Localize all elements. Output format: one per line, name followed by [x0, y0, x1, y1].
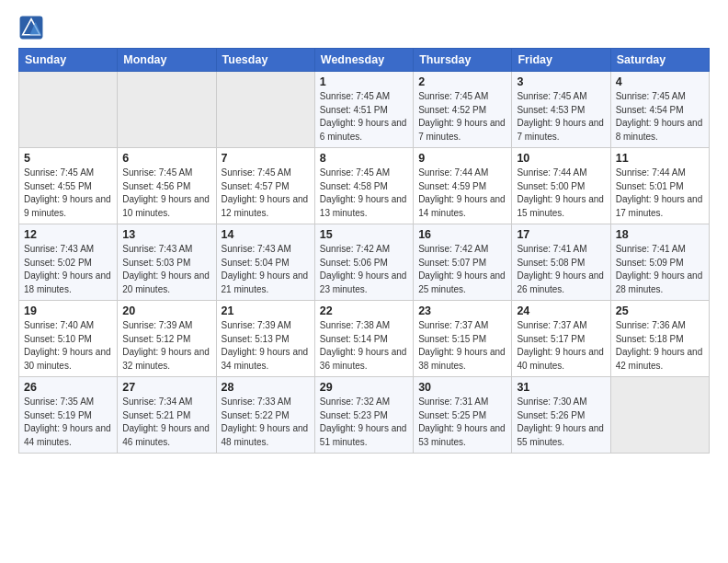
day-number: 9 — [418, 152, 506, 165]
day-number: 22 — [320, 304, 408, 317]
day-number: 2 — [418, 75, 506, 88]
day-number: 13 — [122, 228, 210, 241]
calendar-cell: 21Sunrise: 7:39 AM Sunset: 5:13 PM Dayli… — [216, 301, 314, 377]
day-info: Sunrise: 7:33 AM Sunset: 5:22 PM Dayligh… — [222, 396, 310, 449]
calendar-cell: 19Sunrise: 7:40 AM Sunset: 5:10 PM Dayli… — [19, 301, 118, 377]
day-number: 1 — [320, 75, 408, 88]
day-info: Sunrise: 7:32 AM Sunset: 5:23 PM Dayligh… — [320, 396, 408, 449]
day-header-sunday: Sunday — [19, 49, 118, 72]
day-number: 6 — [122, 152, 210, 165]
day-number: 14 — [222, 228, 310, 241]
day-info: Sunrise: 7:41 AM Sunset: 5:08 PM Dayligh… — [517, 243, 605, 296]
day-info: Sunrise: 7:30 AM Sunset: 5:26 PM Dayligh… — [517, 396, 605, 449]
day-info: Sunrise: 7:42 AM Sunset: 5:06 PM Dayligh… — [320, 243, 408, 296]
day-number: 28 — [222, 381, 310, 394]
day-info: Sunrise: 7:39 AM Sunset: 5:13 PM Dayligh… — [222, 319, 310, 373]
calendar-cell: 25Sunrise: 7:36 AM Sunset: 5:18 PM Dayli… — [610, 301, 709, 377]
week-row-3: 12Sunrise: 7:43 AM Sunset: 5:02 PM Dayli… — [19, 224, 710, 301]
day-number: 10 — [517, 152, 605, 165]
day-number: 19 — [24, 304, 112, 317]
day-info: Sunrise: 7:44 AM Sunset: 5:00 PM Dayligh… — [517, 167, 605, 220]
day-number: 25 — [616, 304, 704, 317]
day-info: Sunrise: 7:45 AM Sunset: 4:53 PM Dayligh… — [517, 90, 605, 144]
calendar-cell: 2Sunrise: 7:45 AM Sunset: 4:52 PM Daylig… — [414, 72, 512, 148]
day-info: Sunrise: 7:45 AM Sunset: 4:56 PM Dayligh… — [122, 167, 210, 220]
day-number: 17 — [517, 228, 605, 241]
calendar-cell: 22Sunrise: 7:38 AM Sunset: 5:14 PM Dayli… — [314, 301, 413, 377]
calendar-cell — [216, 72, 314, 148]
calendar-cell: 27Sunrise: 7:34 AM Sunset: 5:21 PM Dayli… — [118, 377, 216, 454]
calendar-cell: 31Sunrise: 7:30 AM Sunset: 5:26 PM Dayli… — [512, 377, 610, 454]
day-info: Sunrise: 7:45 AM Sunset: 4:52 PM Dayligh… — [418, 90, 506, 144]
calendar-cell: 13Sunrise: 7:43 AM Sunset: 5:03 PM Dayli… — [118, 224, 216, 301]
day-info: Sunrise: 7:43 AM Sunset: 5:02 PM Dayligh… — [24, 243, 112, 296]
day-info: Sunrise: 7:36 AM Sunset: 5:18 PM Dayligh… — [616, 319, 704, 373]
day-number: 8 — [320, 152, 408, 165]
day-header-tuesday: Tuesday — [216, 49, 314, 72]
calendar-cell: 1Sunrise: 7:45 AM Sunset: 4:51 PM Daylig… — [314, 72, 413, 148]
day-info: Sunrise: 7:45 AM Sunset: 4:57 PM Dayligh… — [222, 167, 310, 220]
day-header-monday: Monday — [118, 49, 216, 72]
day-number: 18 — [616, 228, 704, 241]
day-header-wednesday: Wednesday — [314, 49, 413, 72]
calendar-header-row: SundayMondayTuesdayWednesdayThursdayFrid… — [19, 49, 710, 72]
calendar-cell: 14Sunrise: 7:43 AM Sunset: 5:04 PM Dayli… — [216, 224, 314, 301]
day-info: Sunrise: 7:42 AM Sunset: 5:07 PM Dayligh… — [418, 243, 506, 296]
day-info: Sunrise: 7:38 AM Sunset: 5:14 PM Dayligh… — [320, 319, 408, 373]
calendar-cell: 24Sunrise: 7:37 AM Sunset: 5:17 PM Dayli… — [512, 301, 610, 377]
calendar-cell: 12Sunrise: 7:43 AM Sunset: 5:02 PM Dayli… — [19, 224, 118, 301]
day-number: 5 — [24, 152, 112, 165]
day-number: 26 — [24, 381, 112, 394]
calendar-cell — [19, 72, 118, 148]
day-number: 24 — [517, 304, 605, 317]
day-info: Sunrise: 7:40 AM Sunset: 5:10 PM Dayligh… — [24, 319, 112, 373]
calendar-cell: 29Sunrise: 7:32 AM Sunset: 5:23 PM Dayli… — [314, 377, 413, 454]
day-info: Sunrise: 7:35 AM Sunset: 5:19 PM Dayligh… — [24, 396, 112, 449]
day-header-friday: Friday — [512, 49, 610, 72]
day-info: Sunrise: 7:45 AM Sunset: 4:51 PM Dayligh… — [320, 90, 408, 144]
day-info: Sunrise: 7:39 AM Sunset: 5:12 PM Dayligh… — [122, 319, 210, 373]
day-number: 4 — [616, 75, 704, 88]
page: SundayMondayTuesdayWednesdayThursdayFrid… — [0, 0, 728, 468]
calendar-cell: 7Sunrise: 7:45 AM Sunset: 4:57 PM Daylig… — [216, 148, 314, 224]
day-number: 7 — [222, 152, 310, 165]
calendar-cell: 20Sunrise: 7:39 AM Sunset: 5:12 PM Dayli… — [118, 301, 216, 377]
calendar-cell — [610, 377, 709, 454]
calendar-cell: 18Sunrise: 7:41 AM Sunset: 5:09 PM Dayli… — [610, 224, 709, 301]
week-row-1: 1Sunrise: 7:45 AM Sunset: 4:51 PM Daylig… — [19, 72, 710, 148]
day-number: 3 — [517, 75, 605, 88]
day-number: 27 — [122, 381, 210, 394]
day-info: Sunrise: 7:37 AM Sunset: 5:17 PM Dayligh… — [517, 319, 605, 373]
week-row-4: 19Sunrise: 7:40 AM Sunset: 5:10 PM Dayli… — [19, 301, 710, 377]
day-info: Sunrise: 7:44 AM Sunset: 5:01 PM Dayligh… — [616, 167, 704, 220]
calendar-cell: 9Sunrise: 7:44 AM Sunset: 4:59 PM Daylig… — [414, 148, 512, 224]
calendar: SundayMondayTuesdayWednesdayThursdayFrid… — [18, 48, 710, 454]
day-number: 31 — [517, 381, 605, 394]
calendar-cell: 16Sunrise: 7:42 AM Sunset: 5:07 PM Dayli… — [414, 224, 512, 301]
calendar-cell: 28Sunrise: 7:33 AM Sunset: 5:22 PM Dayli… — [216, 377, 314, 454]
day-info: Sunrise: 7:45 AM Sunset: 4:54 PM Dayligh… — [616, 90, 704, 144]
day-info: Sunrise: 7:31 AM Sunset: 5:25 PM Dayligh… — [418, 396, 506, 449]
day-info: Sunrise: 7:41 AM Sunset: 5:09 PM Dayligh… — [616, 243, 704, 296]
day-info: Sunrise: 7:43 AM Sunset: 5:03 PM Dayligh… — [122, 243, 210, 296]
calendar-cell: 15Sunrise: 7:42 AM Sunset: 5:06 PM Dayli… — [314, 224, 413, 301]
calendar-cell: 11Sunrise: 7:44 AM Sunset: 5:01 PM Dayli… — [610, 148, 709, 224]
day-number: 15 — [320, 228, 408, 241]
calendar-cell: 3Sunrise: 7:45 AM Sunset: 4:53 PM Daylig… — [512, 72, 610, 148]
day-number: 16 — [418, 228, 506, 241]
day-number: 12 — [24, 228, 112, 241]
day-info: Sunrise: 7:34 AM Sunset: 5:21 PM Dayligh… — [122, 396, 210, 449]
calendar-cell: 10Sunrise: 7:44 AM Sunset: 5:00 PM Dayli… — [512, 148, 610, 224]
calendar-cell: 30Sunrise: 7:31 AM Sunset: 5:25 PM Dayli… — [414, 377, 512, 454]
calendar-cell: 5Sunrise: 7:45 AM Sunset: 4:55 PM Daylig… — [19, 148, 118, 224]
calendar-cell: 17Sunrise: 7:41 AM Sunset: 5:08 PM Dayli… — [512, 224, 610, 301]
day-header-saturday: Saturday — [610, 49, 709, 72]
calendar-cell: 4Sunrise: 7:45 AM Sunset: 4:54 PM Daylig… — [610, 72, 709, 148]
logo-icon — [18, 15, 44, 40]
day-info: Sunrise: 7:44 AM Sunset: 4:59 PM Dayligh… — [418, 167, 506, 220]
day-header-thursday: Thursday — [414, 49, 512, 72]
day-info: Sunrise: 7:45 AM Sunset: 4:58 PM Dayligh… — [320, 167, 408, 220]
calendar-cell: 23Sunrise: 7:37 AM Sunset: 5:15 PM Dayli… — [414, 301, 512, 377]
calendar-cell: 8Sunrise: 7:45 AM Sunset: 4:58 PM Daylig… — [314, 148, 413, 224]
day-number: 29 — [320, 381, 408, 394]
